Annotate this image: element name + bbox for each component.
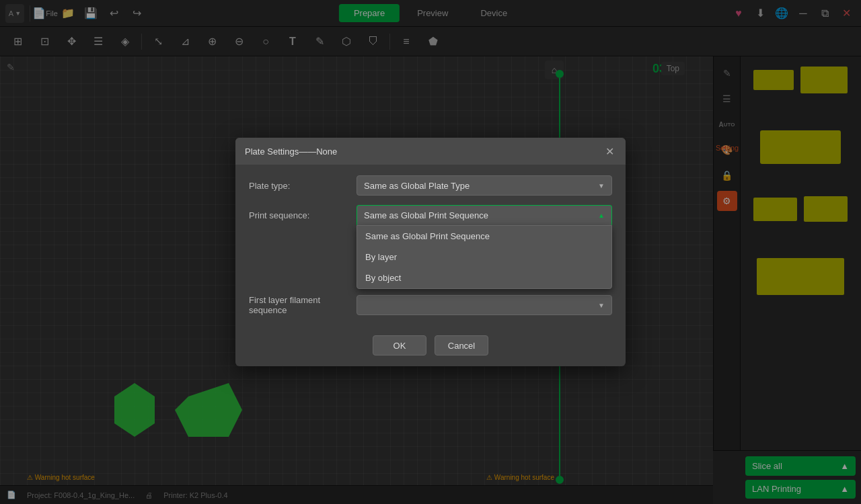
print-sequence-row: Print sequence: Same as Global Print Seq… bbox=[249, 205, 612, 225]
modal-overlay: Plate Settings——None ✕ Plate type: Same … bbox=[0, 0, 861, 504]
modal-close-icon: ✕ bbox=[605, 145, 614, 158]
first-layer-select[interactable]: ▼ bbox=[357, 295, 612, 315]
print-sequence-dropdown: Same as Global Print Sequence By layer B… bbox=[357, 225, 612, 289]
modal-body: Plate type: Same as Global Plate Type ▼ … bbox=[235, 165, 626, 335]
plate-settings-modal: Plate Settings——None ✕ Plate type: Same … bbox=[235, 138, 626, 366]
plate-type-value: Same as Global Plate Type bbox=[364, 181, 470, 191]
plate-type-arrow: ▼ bbox=[598, 182, 605, 190]
first-layer-arrow: ▼ bbox=[598, 302, 605, 309]
plate-type-label: Plate type: bbox=[249, 181, 357, 191]
dropdown-item-by-layer[interactable]: By layer bbox=[357, 247, 611, 267]
modal-title: Plate Settings——None bbox=[245, 146, 337, 157]
dropdown-item-same-as-global[interactable]: Same as Global Print Sequence bbox=[357, 226, 611, 247]
modal-close-button[interactable]: ✕ bbox=[603, 144, 616, 158]
print-sequence-select[interactable]: Same as Global Print Sequence ▲ bbox=[357, 205, 612, 225]
first-layer-row: First layer filament sequence ▼ bbox=[249, 295, 612, 315]
print-sequence-label: Print sequence: bbox=[249, 210, 357, 220]
modal-footer: OK Cancel bbox=[235, 335, 626, 366]
dropdown-item-by-object[interactable]: By object bbox=[357, 267, 611, 288]
print-sequence-value: Same as Global Print Sequence bbox=[364, 210, 488, 220]
modal-header: Plate Settings——None ✕ bbox=[235, 138, 626, 165]
plate-type-row: Plate type: Same as Global Plate Type ▼ bbox=[249, 175, 612, 196]
first-layer-label: First layer filament sequence bbox=[249, 295, 357, 315]
ok-button[interactable]: OK bbox=[373, 335, 426, 355]
cancel-button[interactable]: Cancel bbox=[435, 335, 488, 355]
print-sequence-arrow: ▲ bbox=[598, 212, 605, 219]
plate-type-select[interactable]: Same as Global Plate Type ▼ bbox=[357, 175, 612, 196]
